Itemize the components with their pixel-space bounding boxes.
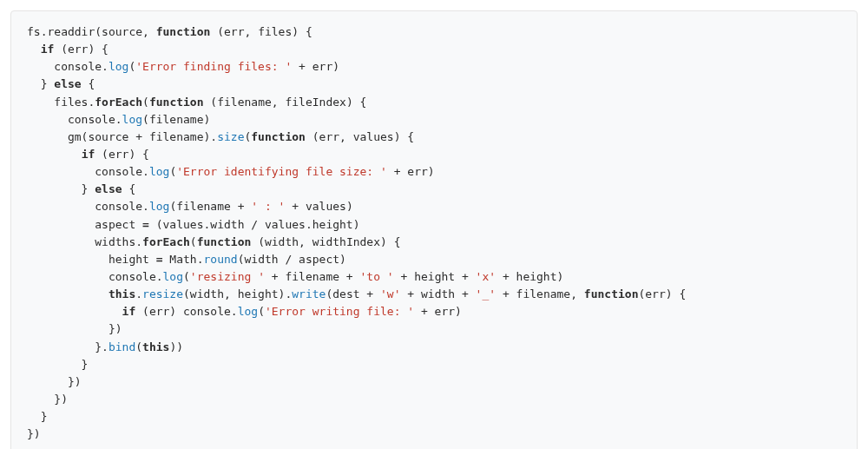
code-token: (err) { xyxy=(54,43,108,56)
code-token: ( xyxy=(142,96,149,109)
code-token: + values) xyxy=(285,200,352,213)
code-token: ( xyxy=(135,340,142,353)
code-token: + width + xyxy=(401,287,476,300)
code-token: function xyxy=(149,96,204,109)
code-token xyxy=(27,287,108,300)
code-token: function xyxy=(197,235,252,248)
code-token: ' : ' xyxy=(251,200,285,213)
code-token: + filename, xyxy=(496,287,584,300)
code-token: (width, widthIndex) { xyxy=(251,235,400,248)
code-token: 'x' xyxy=(476,270,496,283)
code-token: forEach xyxy=(95,96,142,109)
code-token: }) xyxy=(27,322,122,335)
code-token: + height) xyxy=(496,270,563,283)
code-token: function xyxy=(156,25,211,38)
code-token: }. xyxy=(27,340,108,353)
code-token: 'w' xyxy=(380,287,400,300)
code-token: + err) xyxy=(414,305,462,318)
code-token: + err) xyxy=(387,165,435,178)
code-token: '_' xyxy=(476,287,496,300)
code-token: gm(source + filename). xyxy=(27,130,217,143)
code-token: log xyxy=(149,200,169,213)
code-token: else xyxy=(54,77,81,90)
code-token: (err) { xyxy=(638,287,686,300)
code-content: fs.readdir(source, function (err, files)… xyxy=(27,23,841,443)
code-token: (values.width / values.height) xyxy=(149,218,360,231)
code-token: function xyxy=(584,287,639,300)
code-token: resize xyxy=(142,287,183,300)
code-token: if xyxy=(122,305,136,318)
code-token: (filename + xyxy=(169,200,251,213)
code-token: log xyxy=(238,305,258,318)
code-token: (filename, fileIndex) { xyxy=(204,96,367,109)
code-token: (dest + xyxy=(326,287,380,300)
code-token: console. xyxy=(27,60,108,73)
code-token: 'resizing ' xyxy=(190,270,265,283)
code-token: } xyxy=(27,358,88,371)
code-token: }) xyxy=(27,427,41,440)
code-token: if xyxy=(41,43,55,56)
code-token: aspect xyxy=(27,218,142,231)
code-token: fs.readdir(source, xyxy=(27,25,156,38)
code-token: (err) { xyxy=(95,148,149,161)
code-token xyxy=(27,43,41,56)
code-token: this xyxy=(142,340,169,353)
code-token: ( xyxy=(183,270,190,283)
code-token: console. xyxy=(27,200,149,213)
code-token: else xyxy=(95,182,122,195)
code-token: (width / aspect) xyxy=(238,253,346,266)
code-token: + height + xyxy=(394,270,476,283)
code-token: log xyxy=(108,60,128,73)
code-token: log xyxy=(149,165,169,178)
code-token: = xyxy=(142,218,149,231)
code-token: )) xyxy=(169,340,183,353)
code-token: } xyxy=(27,410,47,423)
code-token: (width, height). xyxy=(183,287,292,300)
code-token: if xyxy=(82,148,95,161)
code-token: + filename + xyxy=(265,270,360,283)
code-token: (err, files) { xyxy=(210,25,312,38)
code-token: size xyxy=(217,130,244,143)
code-token: } xyxy=(27,77,54,90)
code-token: height xyxy=(27,253,156,266)
code-token: { xyxy=(82,77,95,90)
code-token: ( xyxy=(258,305,265,318)
code-token: bind xyxy=(108,340,135,353)
code-token: + err) xyxy=(292,60,339,73)
code-token: log xyxy=(122,113,142,126)
code-token: forEach xyxy=(142,235,190,248)
code-token: round xyxy=(204,253,238,266)
code-token: console. xyxy=(27,165,149,178)
code-token: }) xyxy=(27,375,82,388)
code-token: (err) console. xyxy=(135,305,237,318)
code-token: . xyxy=(135,287,142,300)
code-token: files. xyxy=(27,96,95,109)
code-token: widths. xyxy=(27,235,142,248)
code-token: }) xyxy=(27,393,68,406)
code-token: 'to ' xyxy=(360,270,394,283)
code-token: (err, values) { xyxy=(306,130,414,143)
code-token: write xyxy=(292,287,326,300)
code-token: { xyxy=(122,182,136,195)
code-token: 'Error finding files: ' xyxy=(135,60,292,73)
code-token: console. xyxy=(27,113,122,126)
code-token: this xyxy=(108,287,135,300)
code-token: log xyxy=(163,270,183,283)
code-token: 'Error identifying file size: ' xyxy=(176,165,387,178)
code-token: Math. xyxy=(163,253,204,266)
code-token: } xyxy=(27,182,95,195)
code-token: ( xyxy=(190,235,197,248)
code-token: 'Error writing file: ' xyxy=(265,305,414,318)
code-token: (filename) xyxy=(142,113,210,126)
code-block: fs.readdir(source, function (err, files)… xyxy=(10,10,858,449)
code-token: console. xyxy=(27,270,163,283)
code-token: function xyxy=(251,130,306,143)
code-token: = xyxy=(156,253,163,266)
code-token xyxy=(27,148,82,161)
code-token xyxy=(27,305,122,318)
